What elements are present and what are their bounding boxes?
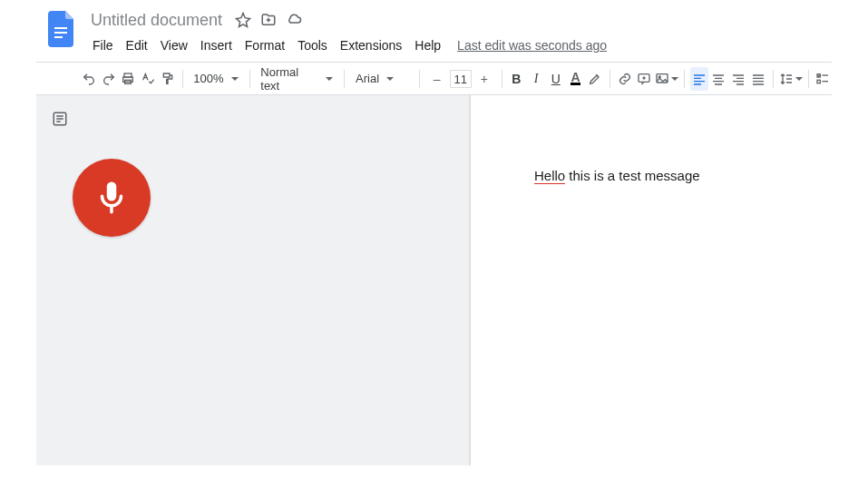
menu-edit[interactable]: Edit: [121, 34, 153, 56]
separator: [502, 70, 502, 88]
move-icon[interactable]: [260, 12, 277, 28]
title-row: Untitled document: [87, 9, 607, 31]
document-outline-toggle[interactable]: [49, 108, 71, 130]
font-size-increase[interactable]: +: [473, 67, 496, 91]
line-spacing-button[interactable]: [779, 67, 803, 91]
separator: [419, 70, 420, 88]
voice-typing-panel: [36, 95, 470, 465]
align-center-button[interactable]: [710, 67, 728, 91]
menu-file[interactable]: File: [87, 34, 119, 56]
doc-title[interactable]: Untitled document: [87, 11, 226, 30]
cloud-status-icon[interactable]: [286, 12, 302, 28]
svg-rect-10: [817, 80, 820, 83]
spelling-error-word[interactable]: Hello: [534, 168, 565, 184]
docs-logo[interactable]: [45, 9, 78, 49]
separator: [684, 70, 685, 88]
bold-button[interactable]: B: [508, 67, 526, 91]
separator: [249, 70, 250, 88]
insert-image-button[interactable]: [655, 67, 678, 91]
last-edit-link[interactable]: Last edit was seconds ago: [457, 38, 607, 53]
undo-button[interactable]: [80, 67, 98, 91]
align-justify-button[interactable]: [749, 67, 767, 91]
paragraph-style-select[interactable]: Normal text: [255, 67, 338, 91]
document-text-rest: this is a test message: [565, 168, 699, 183]
toolbar: 100% Normal text Arial – 11 + B I U A: [36, 63, 832, 95]
separator: [773, 70, 774, 88]
zoom-value: 100%: [193, 72, 223, 85]
italic-button[interactable]: I: [527, 67, 545, 91]
checklist-button[interactable]: [814, 67, 832, 91]
font-size-control: – 11 +: [425, 67, 496, 91]
separator: [182, 70, 183, 88]
menu-tools[interactable]: Tools: [292, 34, 333, 56]
zoom-select[interactable]: 100%: [188, 67, 243, 91]
title-area: Untitled document File Edit View Insert …: [87, 9, 607, 56]
menu-format[interactable]: Format: [239, 34, 290, 56]
text-color-letter: A: [571, 72, 580, 85]
underline-button[interactable]: U: [547, 67, 565, 91]
header: Untitled document File Edit View Insert …: [0, 0, 868, 56]
separator: [808, 70, 809, 88]
separator: [344, 70, 345, 88]
align-left-button[interactable]: [690, 67, 708, 91]
font-value: Arial: [356, 72, 379, 85]
menu-extensions[interactable]: Extensions: [335, 34, 407, 56]
font-size-value[interactable]: 11: [450, 70, 472, 88]
separator: [610, 70, 610, 88]
voice-typing-mic-button[interactable]: [73, 159, 151, 237]
menubar: File Edit View Insert Format Tools Exten…: [87, 34, 607, 56]
workspace: Hello this is a test message: [36, 95, 832, 465]
text-color-button[interactable]: A: [567, 67, 585, 91]
microphone-icon: [93, 179, 131, 217]
print-button[interactable]: [119, 67, 137, 91]
star-icon[interactable]: [235, 12, 251, 28]
paint-format-button[interactable]: [159, 67, 177, 91]
docs-logo-icon: [48, 11, 75, 47]
svg-rect-1: [54, 32, 67, 34]
document-page[interactable]: Hello this is a test message: [470, 95, 832, 465]
svg-rect-2: [54, 36, 63, 38]
menu-insert[interactable]: Insert: [195, 34, 238, 56]
align-right-button[interactable]: [729, 67, 747, 91]
insert-link-button[interactable]: [616, 67, 634, 91]
redo-button[interactable]: [100, 67, 118, 91]
menu-view[interactable]: View: [155, 34, 193, 56]
title-actions: [235, 12, 302, 28]
font-family-select[interactable]: Arial: [350, 67, 414, 91]
highlight-button[interactable]: [586, 67, 604, 91]
svg-rect-0: [54, 27, 67, 29]
insert-comment-button[interactable]: [635, 67, 653, 91]
document-body-text[interactable]: Hello this is a test message: [534, 168, 700, 184]
spellcheck-button[interactable]: [139, 67, 157, 91]
style-value: Normal text: [260, 65, 318, 93]
font-size-decrease[interactable]: –: [425, 67, 449, 91]
menu-help[interactable]: Help: [409, 34, 446, 56]
